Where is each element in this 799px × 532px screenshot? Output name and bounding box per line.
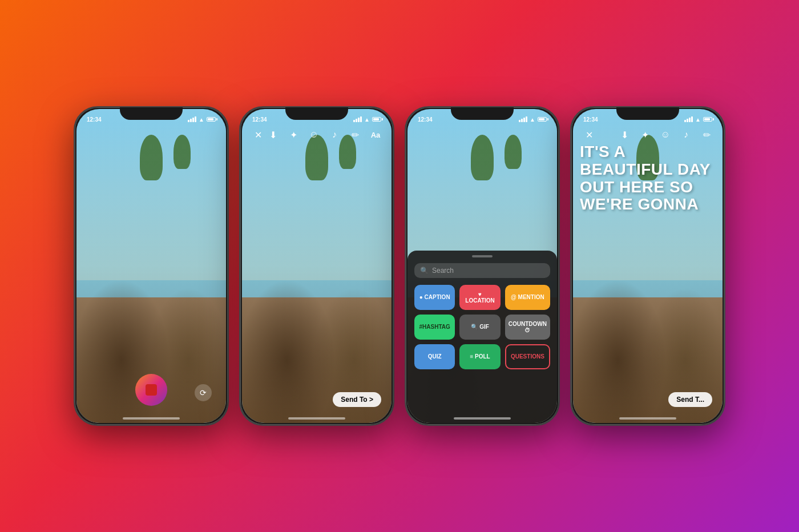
scribble-button-2[interactable]: ✏: [348, 128, 362, 142]
wifi-icon-3: ▲: [530, 116, 535, 123]
sticker-gif[interactable]: 🔍 GIF: [459, 315, 500, 340]
phone-3: 12:34 ▲ 🔍 Search: [405, 106, 560, 426]
status-bar-2: 12:34 ▲: [242, 114, 392, 125]
toolbar-right-4: ⬇ ✦ ☺ ♪ ✏: [618, 128, 713, 142]
scene-overlay-2: [242, 109, 392, 423]
phone-3-screen: 12:34 ▲ 🔍 Search: [407, 109, 557, 423]
sticker-search-bar[interactable]: 🔍 Search: [414, 263, 550, 278]
sticker-panel: 🔍 Search ● CAPTION ♥ LOCATION @ MENTION …: [407, 251, 557, 424]
sticker-poll[interactable]: ≡ POLL: [459, 344, 500, 369]
status-bar-3: 12:34 ▲: [407, 114, 557, 125]
battery-icon-1: [207, 117, 216, 122]
home-indicator-1: [123, 417, 180, 420]
home-indicator-3: [454, 417, 511, 420]
download-button-4[interactable]: ⬇: [618, 128, 631, 142]
phones-container: 12:34 ▲ ⟳: [62, 83, 737, 449]
time-2: 12:34: [252, 116, 267, 123]
signal-icon-3: [519, 116, 527, 122]
sparkle-button-4[interactable]: ✦: [638, 128, 652, 142]
panel-handle: [472, 255, 493, 257]
sticker-caption[interactable]: ● CAPTION: [414, 285, 455, 310]
close-button-4[interactable]: ✕: [582, 128, 596, 142]
sticker-quiz[interactable]: QUIZ: [414, 344, 455, 369]
battery-icon-3: [538, 117, 547, 122]
signal-icon-1: [188, 116, 196, 122]
wifi-icon-4: ▲: [695, 116, 701, 123]
search-icon-3: 🔍: [420, 267, 429, 275]
sticker-location[interactable]: ♥ LOCATION: [459, 285, 500, 310]
status-right-3: ▲: [519, 116, 547, 123]
status-bar-1: 12:34 ▲: [76, 114, 226, 125]
send-to-button-4[interactable]: Send T...: [668, 392, 712, 407]
download-button-2[interactable]: ⬇: [266, 128, 280, 142]
battery-icon-4: [703, 117, 712, 122]
record-inner: [146, 384, 157, 396]
home-indicator-2: [288, 417, 345, 420]
phone-1-screen: 12:34 ▲ ⟳: [76, 109, 226, 423]
sound-button-4[interactable]: ♪: [679, 128, 693, 142]
sticker-mention[interactable]: @ MENTION: [505, 285, 550, 310]
send-to-label-4: Send T...: [676, 396, 704, 404]
camera-flip-icon: ⟳: [200, 388, 207, 397]
status-right-4: ▲: [684, 116, 712, 123]
sticker-countdown[interactable]: COUNTDOWN ⏱: [505, 315, 550, 340]
phone-4-screen: 12:34 ▲ ✕ ⬇ ✦ ☺ ♪: [573, 109, 723, 423]
sound-button-2[interactable]: ♪: [328, 128, 341, 142]
close-button-2[interactable]: ✕: [251, 128, 265, 142]
toolbar-right-2: ⬇ ✦ ☺ ♪ ✏ Aa: [266, 128, 382, 142]
phone-4: 12:34 ▲ ✕ ⬇ ✦ ☺ ♪: [570, 106, 725, 426]
edit-toolbar-4: ✕ ⬇ ✦ ☺ ♪ ✏: [573, 125, 723, 144]
sticker-questions[interactable]: QUESTIONS: [505, 344, 550, 369]
scribble-button-4[interactable]: ✏: [700, 128, 713, 142]
emoji-button-4[interactable]: ☺: [659, 128, 672, 142]
signal-icon-4: [684, 116, 693, 122]
emoji-button-2[interactable]: ☺: [307, 128, 321, 142]
wifi-icon-1: ▲: [199, 116, 204, 123]
camera-flip-button[interactable]: ⟳: [195, 384, 212, 401]
sticker-grid: ● CAPTION ♥ LOCATION @ MENTION #HASHTAG …: [414, 285, 550, 369]
sticker-hashtag[interactable]: #HASHTAG: [414, 315, 455, 340]
phone-1: 12:34 ▲ ⟳: [74, 106, 229, 426]
phone-2: 12:34 ▲ ✕ ⬇ ✦ ☺ ♪: [239, 106, 394, 426]
signal-icon-2: [353, 116, 362, 122]
edit-toolbar-2: ✕ ⬇ ✦ ☺ ♪ ✏ Aa: [242, 125, 392, 144]
status-bar-4: 12:34 ▲: [573, 114, 723, 125]
story-text: IT'S A BEAUTIFUL DAY OUT HERE SO WE'RE G…: [580, 143, 716, 213]
story-text-overlay: IT'S A BEAUTIFUL DAY OUT HERE SO WE'RE G…: [580, 143, 716, 213]
text-button-2[interactable]: Aa: [369, 128, 382, 142]
time-3: 12:34: [418, 116, 433, 123]
status-right-1: ▲: [188, 116, 216, 123]
time-4: 12:34: [583, 116, 598, 123]
status-right-2: ▲: [353, 116, 381, 123]
record-button[interactable]: [135, 374, 167, 406]
search-placeholder: Search: [432, 267, 454, 275]
send-to-button-2[interactable]: Send To >: [333, 392, 381, 407]
time-1: 12:34: [87, 116, 102, 123]
battery-icon-2: [372, 117, 381, 122]
home-indicator-4: [619, 417, 676, 420]
send-to-label-2: Send To >: [341, 396, 373, 404]
sparkle-button-2[interactable]: ✦: [286, 128, 300, 142]
wifi-icon-2: ▲: [364, 116, 370, 123]
phone-2-screen: 12:34 ▲ ✕ ⬇ ✦ ☺ ♪: [242, 109, 392, 423]
